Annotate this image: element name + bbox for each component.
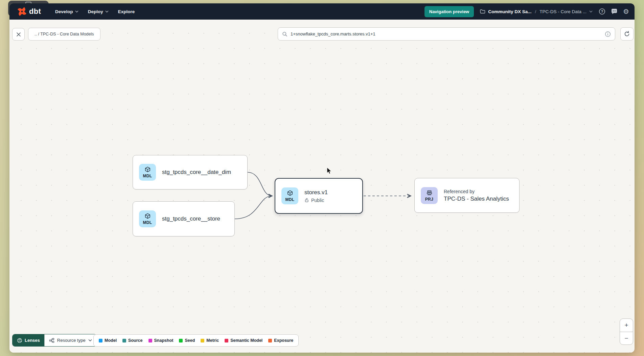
app-window: dbt Develop Deploy Explore Navigation pr…: [9, 3, 635, 353]
resource-type-label: Resource type: [57, 338, 86, 343]
nav-develop[interactable]: Develop: [50, 3, 83, 20]
top-navbar: dbt Develop Deploy Explore Navigation pr…: [9, 3, 635, 20]
unlock-icon: [304, 198, 309, 203]
legend-label: Source: [128, 338, 142, 343]
lenses-button[interactable]: Lenses: [13, 334, 44, 346]
feedback-icon[interactable]: [611, 8, 618, 15]
svg-text:?: ?: [601, 9, 603, 14]
model-cube-icon: [144, 166, 151, 173]
legend-swatch: [225, 339, 228, 342]
dbt-logo-icon: [17, 6, 27, 17]
legend-label: Model: [105, 338, 117, 343]
lineage-canvas[interactable]: .. / TPC-DS - Core Data Models MDL stg_t…: [9, 20, 635, 353]
project-badge: PRJ: [421, 187, 438, 204]
node-access: Public: [304, 198, 328, 203]
legend-swatch: [201, 339, 204, 342]
legend-swatch: [99, 339, 102, 342]
lens-aperture-icon: [17, 338, 22, 343]
project-stack-icon: [426, 189, 433, 197]
legend-item: Exposure: [268, 338, 293, 343]
model-badge: MDL: [139, 164, 156, 181]
legend-item: Snapshot: [148, 338, 174, 343]
node-title: stg_tpcds_core__date_dim: [162, 169, 231, 176]
search-icon: [282, 31, 288, 37]
node-title: stores.v1: [304, 189, 328, 196]
topbar-right: Navigation preview Community DX Sa... / …: [424, 6, 629, 17]
breadcrumb-project: TPC-DS - Core Data ...: [539, 9, 586, 14]
node-title: stg_tpcds_core__store: [162, 215, 220, 222]
breadcrumb-account: Community DX Sa...: [488, 9, 531, 14]
legend-item: Model: [99, 338, 117, 343]
legend-item: Seed: [179, 338, 195, 343]
lenses-label: Lenses: [25, 338, 40, 343]
resource-type-dropdown[interactable]: Resource type: [44, 334, 96, 346]
refresh-icon: [624, 31, 630, 37]
badge-label: MDL: [143, 174, 152, 178]
edge-store-stores: [235, 196, 271, 219]
badge-label: PRJ: [425, 197, 434, 202]
refresh-graph-button[interactable]: [620, 27, 634, 41]
node-title: TPC-DS - Sales Analytics: [444, 196, 509, 202]
model-badge: MDL: [139, 210, 156, 227]
nav-deploy-label: Deploy: [88, 9, 103, 14]
chevron-down-icon: [88, 339, 92, 341]
chevron-down-icon: [105, 10, 109, 12]
model-badge: MDL: [281, 187, 298, 204]
badge-label: MDL: [143, 220, 152, 225]
folder-icon: [480, 9, 485, 14]
footer-controls: Lenses Resource type: [12, 334, 97, 347]
navigation-preview-badge[interactable]: Navigation preview: [424, 6, 474, 17]
legend-label: Seed: [185, 338, 195, 343]
dbt-logo-text: dbt: [29, 7, 41, 16]
node-access-label: Public: [311, 198, 324, 203]
mouse-cursor: [326, 167, 332, 175]
chevron-down-icon: [589, 10, 593, 12]
help-icon[interactable]: ?: [599, 8, 605, 15]
resource-graph-icon: [49, 338, 54, 343]
node-referenced-by-sales-analytics[interactable]: PRJ Referenced by TPC-DS - Sales Analyti…: [414, 178, 520, 213]
selector-input[interactable]: [291, 31, 602, 36]
legend-item: Semantic Model: [225, 338, 262, 343]
lineage-search: [278, 27, 615, 41]
legend-swatch: [268, 339, 272, 342]
edge-datedim-stores: [248, 172, 272, 196]
legend-label: Semantic Model: [230, 338, 262, 343]
close-icon: [16, 32, 21, 37]
nav-deploy[interactable]: Deploy: [83, 3, 113, 20]
zoom-in-button[interactable]: +: [620, 319, 633, 332]
lineage-breadcrumb-label: .. / TPC-DS - Core Data Models: [34, 32, 94, 36]
settings-gear-icon[interactable]: ⚙: [623, 8, 629, 15]
node-stg-tpcds-core-date-dim[interactable]: MDL stg_tpcds_core__date_dim: [133, 155, 248, 189]
legend-label: Snapshot: [154, 338, 174, 343]
model-cube-icon: [286, 190, 294, 197]
legend-label: Metric: [206, 338, 219, 343]
legend-item: Metric: [201, 338, 219, 343]
badge-label: MDL: [285, 197, 294, 202]
nav-develop-label: Develop: [55, 9, 73, 14]
breadcrumb[interactable]: Community DX Sa... / TPC-DS - Core Data …: [480, 9, 593, 14]
legend-item: Source: [122, 338, 142, 343]
nav-explore[interactable]: Explore: [113, 3, 140, 20]
lineage-breadcrumb[interactable]: .. / TPC-DS - Core Data Models: [28, 28, 100, 41]
node-stg-tpcds-core-store[interactable]: MDL stg_tpcds_core__store: [133, 201, 235, 236]
node-stores-v1[interactable]: MDL stores.v1 Public: [275, 178, 363, 214]
model-cube-icon: [144, 213, 151, 220]
info-icon[interactable]: [605, 31, 611, 37]
zoom-control: + −: [620, 319, 633, 345]
node-kicker: Referenced by: [444, 189, 509, 194]
topbar-icons: ? ⚙: [599, 8, 629, 15]
chevron-down-icon: [75, 10, 78, 12]
legend-label: Exposure: [274, 338, 293, 343]
legend-swatch: [122, 339, 126, 342]
zoom-out-button[interactable]: −: [620, 332, 633, 345]
legend-swatch: [179, 339, 183, 342]
breadcrumb-separator: /: [534, 9, 537, 14]
close-lineage-button[interactable]: [12, 28, 25, 41]
legend-swatch: [148, 339, 152, 342]
legend: ModelSourceSnapshotSeedMetricSemantic Mo…: [93, 334, 299, 347]
nav-explore-label: Explore: [118, 9, 135, 14]
dbt-logo[interactable]: dbt: [17, 6, 41, 17]
